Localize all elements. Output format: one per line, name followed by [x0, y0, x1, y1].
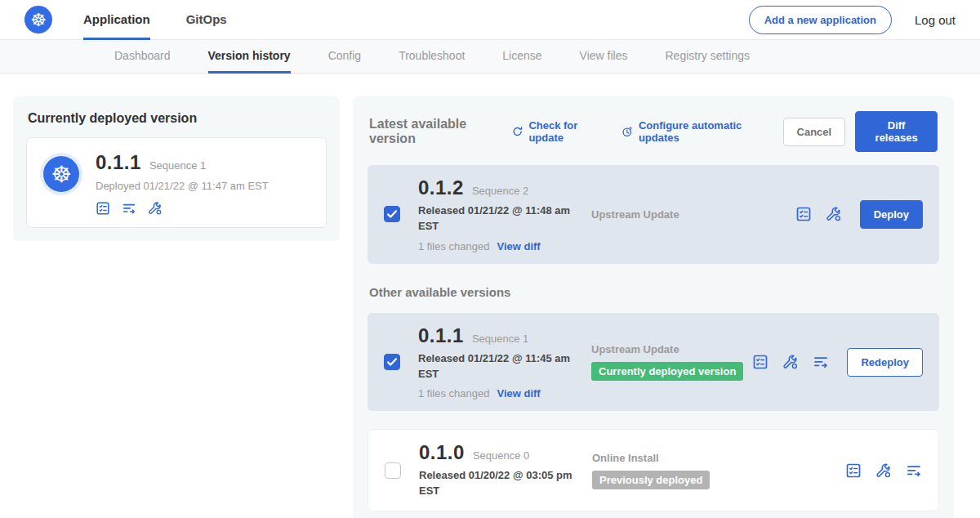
version-actions: Deploy: [795, 200, 923, 229]
files-changed-label: 1 files changed: [418, 240, 489, 252]
version-checkbox[interactable]: [384, 206, 400, 222]
deployed-version-card: ☸ 0.1.1 Sequence 1 Deployed 01/21/22 @ 1…: [26, 137, 327, 228]
preflight-wrench-icon[interactable]: [782, 354, 799, 370]
deploy-button[interactable]: Deploy: [860, 200, 923, 229]
top-tabs: Application GitOps: [83, 0, 227, 40]
view-diff-link[interactable]: View diff: [497, 240, 540, 252]
deployed-actions: [96, 201, 269, 216]
deployed-sequence-label: Sequence 1: [149, 159, 206, 172]
version-actions: Redeploy: [752, 348, 923, 377]
sequence-label: Sequence 0: [473, 449, 529, 462]
currently-deployed-title: Currently deployed version: [28, 111, 325, 126]
subnav-item-dashboard[interactable]: Dashboard: [114, 40, 171, 74]
version-row-0-1-0: 0.1.0 Sequence 0 Released 01/20/22 @ 03:…: [368, 429, 939, 511]
source-label: Upstream Update: [591, 208, 795, 221]
files-changed-label: 1 files changed: [418, 387, 489, 400]
version-history-panel: Latest available version Check for updat…: [353, 96, 954, 518]
other-versions-title: Other available versions: [369, 285, 938, 299]
main-content: Currently deployed version ☸ 0.1.1 Seque…: [0, 74, 980, 518]
app-subnav: Dashboard Version history Config Trouble…: [0, 40, 980, 74]
version-number: 0.1.0: [419, 441, 465, 464]
previously-deployed-badge: Previously deployed: [592, 471, 710, 489]
subnav-item-registry-settings[interactable]: Registry settings: [665, 40, 749, 74]
tab-gitops[interactable]: GitOps: [186, 0, 227, 40]
version-source: Online Install Previously deployed: [589, 452, 845, 489]
latest-version-title: Latest available version: [369, 117, 497, 146]
version-checkbox[interactable]: [384, 354, 400, 370]
subnav-item-version-history[interactable]: Version history: [208, 40, 291, 74]
kubernetes-icon: ☸: [30, 10, 47, 30]
source-label: Online Install: [592, 452, 845, 464]
subnav-item-view-files[interactable]: View files: [580, 40, 628, 74]
deployed-version-number: 0.1.1: [96, 151, 141, 174]
release-notes-icon[interactable]: [795, 206, 812, 222]
deployed-timestamp: Deployed 01/21/22 @ 11:47 am EST: [96, 180, 269, 192]
deploy-logs-icon[interactable]: [906, 462, 922, 479]
latest-version-header: Latest available version Check for updat…: [369, 111, 938, 152]
config-wrench-icon[interactable]: [148, 201, 163, 216]
sequence-label: Sequence 2: [472, 185, 528, 197]
deploy-logs-icon[interactable]: [813, 354, 829, 370]
sequence-label: Sequence 1: [472, 333, 528, 345]
deployed-version-body: 0.1.1 Sequence 1 Deployed 01/21/22 @ 11:…: [96, 151, 269, 216]
cancel-button[interactable]: Cancel: [783, 118, 846, 146]
redeploy-button[interactable]: Redeploy: [847, 348, 923, 377]
tab-application[interactable]: Application: [83, 0, 150, 40]
logout-link[interactable]: Log out: [915, 13, 956, 27]
version-row-0-1-1: 0.1.1 Sequence 1 Released 01/21/22 @ 11:…: [368, 313, 939, 412]
checkmark-icon: [385, 355, 399, 369]
released-timestamp: Released 01/21/22 @ 11:45 am EST: [418, 351, 573, 382]
currently-deployed-badge: Currently deployed version: [591, 362, 743, 381]
view-diff-link[interactable]: View diff: [497, 387, 540, 400]
subnav-item-troubleshoot[interactable]: Troubleshoot: [399, 40, 465, 74]
version-info: 0.1.1 Sequence 1 Released 01/21/22 @ 11:…: [418, 324, 588, 400]
preflight-wrench-icon[interactable]: [826, 206, 842, 222]
configure-automatic-updates-link[interactable]: Configure automatic updates: [621, 119, 764, 144]
version-actions: [845, 462, 922, 479]
top-navbar: ☸ Application GitOps Add a new applicati…: [0, 0, 980, 40]
release-notes-icon[interactable]: [752, 354, 768, 370]
app-logo[interactable]: ☸: [24, 6, 52, 33]
subnav-item-license[interactable]: License: [502, 40, 541, 74]
preflight-wrench-icon[interactable]: [875, 462, 892, 479]
deploy-logs-icon[interactable]: [122, 201, 136, 216]
version-number: 0.1.1: [418, 324, 464, 347]
released-timestamp: Released 01/21/22 @ 11:48 am EST: [418, 203, 573, 234]
version-info: 0.1.0 Sequence 0 Released 01/20/22 @ 03:…: [419, 441, 589, 499]
version-checkbox[interactable]: [385, 462, 401, 479]
check-for-update-link[interactable]: Check for update: [511, 119, 603, 144]
release-notes-icon[interactable]: [96, 201, 110, 216]
checkmark-icon: [385, 207, 399, 221]
release-notes-icon[interactable]: [845, 462, 862, 479]
refresh-icon: [511, 124, 523, 139]
subnav-item-config[interactable]: Config: [328, 40, 361, 74]
version-number: 0.1.2: [418, 176, 464, 199]
version-source: Upstream Update Currently deployed versi…: [588, 343, 752, 381]
version-row-0-1-2: 0.1.2 Sequence 2 Released 01/21/22 @ 11:…: [368, 165, 939, 264]
currently-deployed-card: Currently deployed version ☸ 0.1.1 Seque…: [13, 96, 340, 241]
source-label: Upstream Update: [591, 343, 752, 355]
kubernetes-app-icon: ☸: [43, 156, 79, 192]
clock-icon: [621, 124, 633, 139]
version-info: 0.1.2 Sequence 2 Released 01/21/22 @ 11:…: [418, 176, 588, 252]
released-timestamp: Released 01/20/22 @ 03:05 pm EST: [419, 468, 574, 499]
version-source: Upstream Update: [588, 208, 795, 221]
add-application-button[interactable]: Add a new application: [749, 6, 892, 34]
diff-releases-button[interactable]: Diff releases: [855, 111, 938, 152]
